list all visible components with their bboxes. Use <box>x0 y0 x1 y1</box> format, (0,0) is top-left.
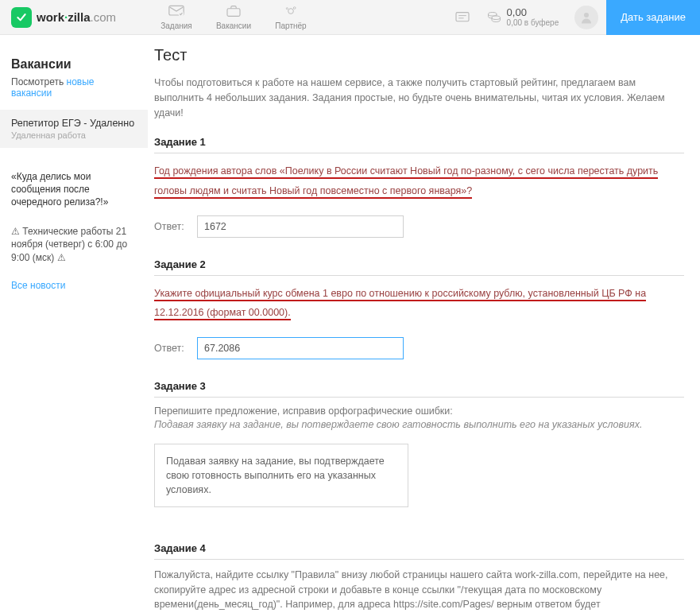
svg-point-9 <box>488 12 497 16</box>
svg-rect-2 <box>227 8 240 16</box>
post-task-button[interactable]: Дать задание <box>606 0 700 35</box>
sidebar: Вакансии Посмотреть новые вакансии Репет… <box>0 35 148 613</box>
envelope-check-icon <box>148 5 205 20</box>
balance[interactable]: 0,00 0,00 в буфере <box>478 7 567 27</box>
task3-sub: Перепишите предложение, исправив орфогра… <box>154 405 684 417</box>
avatar[interactable] <box>574 6 598 29</box>
answer-label: Ответ: <box>154 343 197 354</box>
task3-heading: Задание 3 <box>154 380 684 392</box>
nav-vacancies-label: Вакансии <box>205 21 262 30</box>
sidebar-look: Посмотреть новые вакансии <box>11 76 137 99</box>
nav-tasks[interactable]: Задания <box>148 2 205 33</box>
svg-point-5 <box>286 7 288 9</box>
task2-heading: Задание 2 <box>154 258 684 270</box>
nav-tasks-label: Задания <box>148 21 205 30</box>
answer-label: Ответ: <box>154 221 197 232</box>
task2-answer-input[interactable] <box>197 337 404 359</box>
all-news-link[interactable]: Все новости <box>11 280 65 291</box>
sidebar-heading: Вакансии <box>11 57 137 72</box>
divider <box>154 559 684 560</box>
messages-icon[interactable] <box>447 11 478 24</box>
svg-point-3 <box>288 8 294 14</box>
sidebar-vacancy-block[interactable]: Репетитор ЕГЭ - Удаленно Удаленная работ… <box>0 110 148 148</box>
task4-question: Пожалуйста, найдите ссылку "Правила" вни… <box>154 568 684 613</box>
nav-partner-label: Партнёр <box>262 21 319 30</box>
svg-rect-6 <box>456 12 469 21</box>
intro-text: Чтобы подготовиться к работе на нашем се… <box>154 76 684 120</box>
task1-answer-input[interactable] <box>197 215 404 238</box>
logo-check-icon <box>11 7 32 28</box>
task1-heading: Задание 1 <box>154 136 684 148</box>
page-title: Тест <box>154 46 684 64</box>
coins-icon <box>486 9 502 25</box>
task3-italic: Подавая заявку на задание, вы потверждае… <box>154 418 684 433</box>
svg-point-4 <box>293 6 296 9</box>
top-nav: Задания Вакансии Партнёр <box>148 2 319 33</box>
svg-point-10 <box>492 16 501 20</box>
sidebar-quote: «Куда делись мои сообщения после очередн… <box>11 170 137 209</box>
task1-question: Год рождения автора слов «Поелику в Росс… <box>154 165 658 199</box>
app-header: work·zilla.com Задания Вакансии Партнёр <box>0 0 700 35</box>
nav-partner[interactable]: Партнёр <box>262 2 319 33</box>
divider <box>154 153 684 153</box>
svg-point-11 <box>584 13 589 17</box>
vacancy-sub: Удаленная работа <box>11 130 137 140</box>
main-content: Тест Чтобы подготовиться к работе на наш… <box>148 35 700 613</box>
task3-answer-box[interactable]: Подавая заявку на задание, вы подтвержда… <box>154 444 408 507</box>
divider <box>154 397 684 398</box>
balance-amount: 0,00 <box>507 7 559 18</box>
nav-vacancies[interactable]: Вакансии <box>205 2 262 33</box>
divider <box>154 275 684 276</box>
balance-buffer: 0,00 в буфере <box>507 18 559 27</box>
logo[interactable]: work·zilla.com <box>0 7 148 28</box>
logo-text: work·zilla.com <box>37 10 116 24</box>
sparkle-icon <box>262 5 319 20</box>
briefcase-icon <box>205 5 262 20</box>
task2-question: Укажите официальный курс обмена 1 евро п… <box>154 288 646 321</box>
task4-heading: Задание 4 <box>154 542 684 554</box>
vacancy-title: Репетитор ЕГЭ - Удаленно <box>11 118 137 129</box>
sidebar-warning: ⚠ Технические работы 21 ноября (четверг)… <box>11 225 137 265</box>
